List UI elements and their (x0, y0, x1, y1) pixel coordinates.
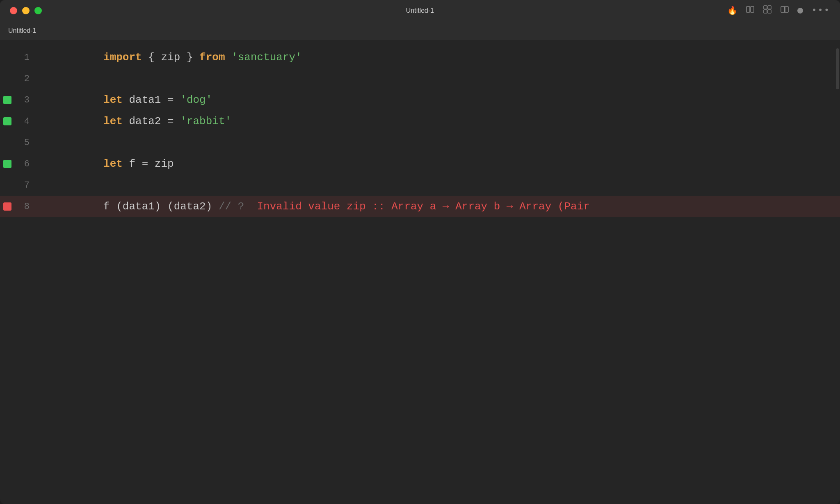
gutter-8 (0, 202, 15, 211)
line-number-6: 6 (15, 159, 39, 169)
maximize-button[interactable] (34, 7, 42, 14)
code-area: 1 import { zip } from 'sanctuary' 2 3 le… (0, 47, 840, 504)
code-line-6: 6 let f = zip (0, 153, 840, 175)
editor-body: 1 import { zip } from 'sanctuary' 2 3 le… (0, 40, 840, 504)
svg-rect-0 (746, 7, 750, 12)
token-sanctuary: 'sanctuary' (231, 51, 302, 64)
line-number-3: 3 (15, 95, 39, 105)
breakpoint-6[interactable] (3, 160, 11, 168)
token-from: from (199, 51, 225, 64)
split-icon[interactable] (780, 5, 789, 16)
vertical-scrollbar[interactable] (836, 48, 839, 89)
token-comment-8: // ? (219, 200, 244, 213)
token-f-call: f (data1) (data2) (103, 200, 219, 213)
token-space-4 (174, 115, 180, 127)
code-line-4: 4 let data2 = 'rabbit' (0, 111, 840, 132)
more-icon[interactable]: ••• (811, 5, 830, 16)
token-data2: data2 (123, 115, 167, 127)
editor-window: Untitled-1 🔥 (0, 0, 840, 504)
line-number-1: 1 (15, 52, 39, 63)
token-let-4: let (103, 115, 123, 127)
line-number-5: 5 (15, 138, 39, 148)
window-title: Untitled-1 (406, 7, 434, 14)
token-import: import (103, 51, 142, 64)
code-line-1: 1 import { zip } from 'sanctuary' (0, 47, 840, 68)
traffic-lights (10, 7, 42, 14)
token-let-6: let (103, 158, 123, 170)
svg-rect-2 (764, 6, 767, 9)
line-number-8: 8 (15, 202, 39, 212)
gutter-6 (0, 160, 15, 168)
titlebar: Untitled-1 🔥 (0, 0, 840, 21)
token-brace2: } (180, 51, 199, 64)
svg-rect-3 (768, 6, 771, 9)
token-eq-6: = (142, 158, 148, 170)
svg-rect-7 (785, 7, 788, 12)
token-error-msg: Invalid value zip :: Array a → Array b →… (244, 200, 590, 213)
error-indicator-8[interactable] (3, 202, 11, 211)
token-space (225, 51, 232, 64)
token-zip: zip (161, 51, 180, 64)
svg-rect-1 (751, 7, 754, 12)
gutter-4 (0, 117, 15, 125)
tab-title[interactable]: Untitled-1 (8, 27, 36, 34)
gutter-3 (0, 96, 15, 104)
line-number-4: 4 (15, 116, 39, 127)
svg-rect-4 (764, 10, 767, 13)
toolbar-right: 🔥 (727, 5, 830, 16)
line-content-8: f (data1) (data2) // ? Invalid value zip… (39, 175, 590, 238)
close-button[interactable] (10, 7, 17, 14)
minimize-button[interactable] (22, 7, 30, 14)
breakpoint-3[interactable] (3, 96, 11, 104)
grid-icon[interactable] (763, 5, 772, 16)
token-f: f (123, 158, 142, 170)
svg-rect-5 (768, 10, 771, 13)
code-line-8: 8 f (data1) (data2) // ? Invalid value z… (0, 196, 840, 217)
line-number-2: 2 (15, 74, 39, 84)
token-eq-4: = (167, 115, 174, 127)
token-zip-val: zip (148, 158, 173, 170)
token-brace: { (142, 51, 161, 64)
svg-rect-6 (781, 7, 784, 12)
line-number-7: 7 (15, 180, 39, 191)
breakpoint-4[interactable] (3, 117, 11, 125)
panel-icon[interactable] (746, 5, 755, 16)
token-rabbit: 'rabbit' (180, 115, 231, 127)
editor-tab-bar: Untitled-1 (0, 21, 840, 40)
status-circle (797, 8, 803, 14)
flame-icon[interactable]: 🔥 (727, 5, 737, 16)
